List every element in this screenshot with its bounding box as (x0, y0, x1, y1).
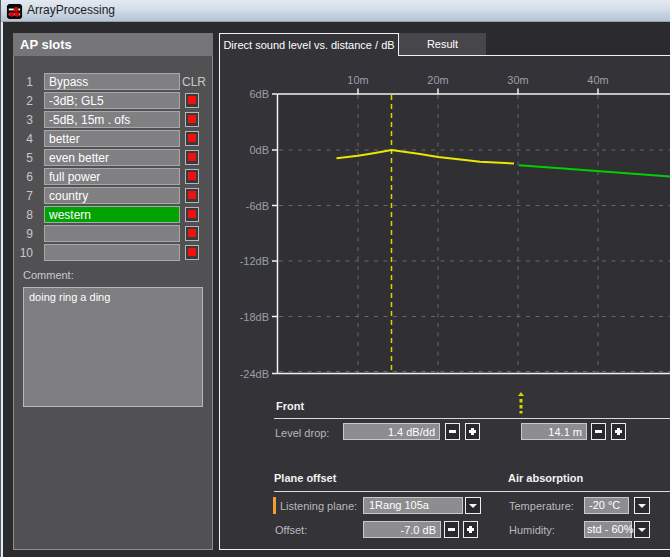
svg-text:40m: 40m (587, 74, 608, 86)
svg-text:10m: 10m (347, 74, 368, 86)
svg-text:-12dB: -12dB (240, 255, 269, 267)
svg-text:30m: 30m (507, 74, 528, 86)
svg-text:-6dB: -6dB (246, 200, 269, 212)
svg-text:-24dB: -24dB (240, 368, 269, 380)
svg-text:20m: 20m (427, 74, 448, 86)
svg-text:6dB: 6dB (249, 88, 269, 100)
svg-text:0dB: 0dB (249, 144, 269, 156)
svg-text:-18dB: -18dB (240, 311, 269, 323)
